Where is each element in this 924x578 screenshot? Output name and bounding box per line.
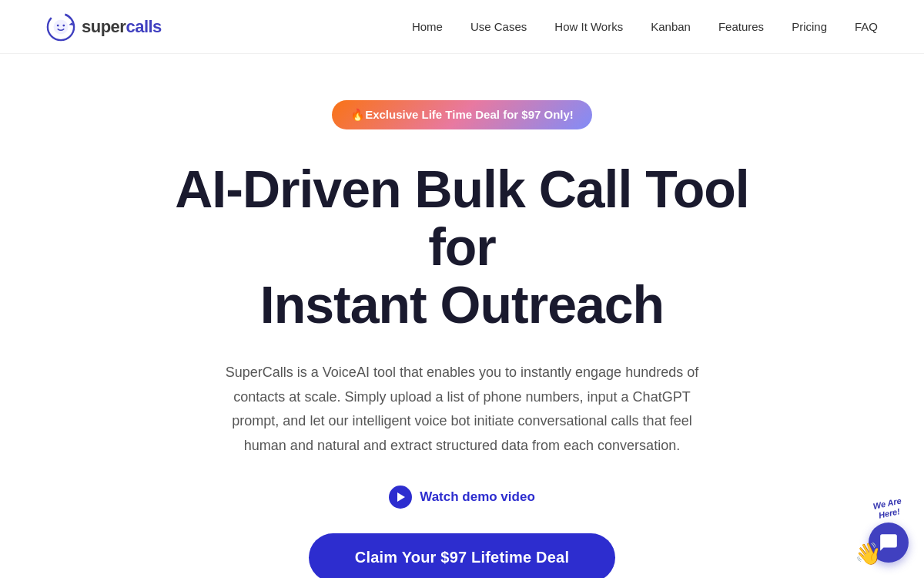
chat-widget[interactable]: We AreHere! 👋 <box>869 499 909 563</box>
nav-kanban[interactable]: Kanban <box>651 20 691 33</box>
wave-emoji: 👋 <box>855 541 882 566</box>
logo-icon <box>46 12 75 42</box>
hero-headline: AI-Driven Bulk Call Tool for Instant Out… <box>154 160 770 333</box>
hero-section: 🔥Exclusive Life Time Deal for $97 Only! … <box>0 54 924 578</box>
svg-point-1 <box>54 19 69 34</box>
promo-badge[interactable]: 🔥Exclusive Life Time Deal for $97 Only! <box>332 100 592 129</box>
chat-label: We AreHere! <box>872 496 905 522</box>
nav-how-it-works[interactable]: How It Works <box>554 20 623 33</box>
nav-features[interactable]: Features <box>718 20 764 33</box>
nav-pricing[interactable]: Pricing <box>792 20 827 33</box>
nav-use-cases[interactable]: Use Cases <box>470 20 527 33</box>
svg-point-3 <box>62 24 65 26</box>
nav-faq[interactable]: FAQ <box>855 20 878 33</box>
logo-text: supercalls <box>82 17 162 37</box>
nav-links: Home Use Cases How It Works Kanban Featu… <box>412 20 878 34</box>
nav-home[interactable]: Home <box>412 20 443 33</box>
watch-demo-link[interactable]: Watch demo video <box>389 486 535 509</box>
navbar: supercalls Home Use Cases How It Works K… <box>0 0 924 54</box>
logo[interactable]: supercalls <box>46 12 162 42</box>
svg-point-2 <box>57 24 59 26</box>
hero-subtext: SuperCalls is a VoiceAI tool that enable… <box>223 361 701 458</box>
cta-button[interactable]: Claim Your $97 Lifetime Deal <box>309 533 615 578</box>
watch-demo-label: Watch demo video <box>420 489 535 505</box>
play-icon <box>389 486 412 509</box>
play-triangle <box>397 492 405 502</box>
